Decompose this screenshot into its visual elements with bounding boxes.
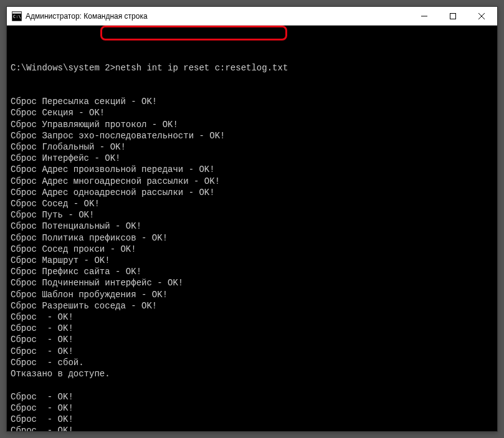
output-line: Cброс - OK!: [11, 346, 493, 357]
output-line: Cброс Управляющий протокол - OK!: [11, 119, 493, 130]
output-line: Cброс Сосед прокси - OK!: [11, 244, 493, 255]
output-line: [11, 379, 493, 391]
output-line: Cброс Интерфейс - OK!: [11, 153, 493, 164]
output-line: Cброс Шаблон пробуждения - OK!: [11, 289, 493, 300]
minimize-button[interactable]: [410, 7, 439, 25]
svg-text:C:\: C:\: [13, 14, 21, 19]
output-line: Cброс - сбой.: [11, 357, 493, 368]
output-line: Cброс Сосед - OK!: [11, 198, 493, 209]
window-controls: [410, 7, 496, 25]
output-line: Cброс Адрес одноадресной рассылки - OK!: [11, 187, 493, 198]
command-text: netsh int ip reset c:resetlog.txt: [115, 63, 288, 73]
output-line: Cброс - OK!: [11, 391, 493, 402]
output-line: Cброс Глобальный - OK!: [11, 141, 493, 153]
output-line: Cброс Маршрут - OK!: [11, 255, 493, 266]
close-button[interactable]: [467, 7, 496, 25]
cmd-icon: C:\: [12, 11, 22, 21]
command-prompt-window: C:\ Администратор: Командная строка C:\W…: [6, 6, 498, 432]
svg-rect-4: [450, 13, 456, 19]
maximize-button[interactable]: [439, 7, 467, 25]
output-line: Cброс - OK!: [11, 425, 493, 431]
output-line: Cброс - OK!: [11, 323, 493, 334]
titlebar[interactable]: C:\ Администратор: Командная строка: [7, 7, 497, 26]
output-line: Cброс Политика префиксов - OK!: [11, 232, 493, 244]
output-line: Cброс - OK!: [11, 312, 493, 323]
output-line: Отказано в доступе.: [11, 368, 493, 379]
command-highlight: [100, 26, 287, 40]
output-line: Cброс Адрес произвольной передачи - OK!: [11, 164, 493, 175]
output-line: Cброс Адрес многоадресной рассылки - OK!: [11, 176, 493, 187]
output-line: Cброс Префикс сайта - OK!: [11, 266, 493, 277]
output-line: Cброс Потенциальный - OK!: [11, 221, 493, 232]
output-line: Cброс Подчиненный интерфейс - OK!: [11, 277, 493, 288]
output-lines: Cброс Пересылка секций - OK!Cброс Секция…: [11, 96, 493, 431]
window-title: Администратор: Командная строка: [26, 12, 410, 21]
svg-rect-1: [12, 12, 21, 14]
terminal-area[interactable]: C:\Windows\system 2>netsh int ip reset c…: [7, 26, 497, 431]
output-line: Cброс Разрешить соседа - OK!: [11, 300, 493, 312]
command-line: C:\Windows\system 2>netsh int ip reset c…: [11, 62, 493, 74]
output-line: Cброс Путь - OK!: [11, 209, 493, 221]
output-line: Cброс Пересылка секций - OK!: [11, 96, 493, 107]
output-line: Cброс - OK!: [11, 402, 493, 414]
output-line: Cброс Запрос эхо-последовательности - OK…: [11, 130, 493, 141]
output-line: Cброс - OK!: [11, 334, 493, 345]
output-line: Cброс Секция - OK!: [11, 107, 493, 118]
output-line: Cброс - OK!: [11, 414, 493, 425]
prompt-path: C:\Windows\system 2>: [11, 63, 115, 73]
